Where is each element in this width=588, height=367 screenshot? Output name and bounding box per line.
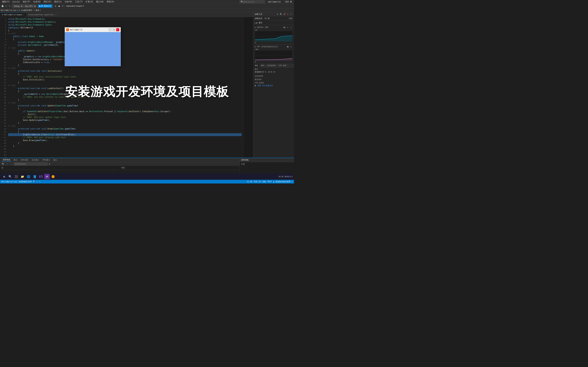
status-char: 字符:33 bbox=[254, 180, 261, 183]
filter-btn[interactable]: ▾ bbox=[48, 162, 51, 166]
tab-close-btn[interactable]: ✕ bbox=[23, 14, 24, 16]
sep4 bbox=[65, 5, 65, 8]
tab-icon: ⚙ bbox=[2, 14, 3, 16]
tab-game1[interactable]: ⚙ HelloWorld.Game1 ✕ bbox=[0, 12, 26, 17]
play-icon: ▶ bbox=[39, 5, 41, 7]
command-tab[interactable]: 命令窗口 bbox=[30, 158, 41, 162]
search-taskbar[interactable]: 🔍 bbox=[8, 174, 13, 179]
add-icon[interactable]: + bbox=[290, 13, 293, 16]
memory-settings-icon[interactable]: ▾ bbox=[286, 26, 289, 29]
tab-events[interactable]: 事件 bbox=[260, 64, 266, 67]
menu-tools[interactable]: 工具(T) bbox=[74, 0, 84, 4]
tab-cpu-usage[interactable]: CPU 使用 bbox=[277, 64, 288, 67]
tab-memory-usage[interactable]: 内存使用率 bbox=[266, 64, 277, 67]
account-label[interactable]: 登录 夏 bbox=[284, 0, 293, 3]
status-notification[interactable]: ▲ 添加到代码代管理 ▾ bbox=[273, 180, 293, 183]
clock: 14:30 bbox=[278, 176, 284, 178]
memory-min-row: 0 bbox=[255, 42, 293, 44]
menu-git[interactable]: Git(G) bbox=[11, 0, 21, 3]
memory-filter-icon[interactable]: ▾ bbox=[290, 26, 293, 29]
search-box[interactable]: 🔍 bbox=[240, 0, 265, 3]
explorer-icon[interactable]: 📁 bbox=[20, 174, 25, 179]
tab-debug[interactable]: 调试 bbox=[253, 64, 260, 67]
run-button[interactable]: ▶ ▶ 调试(C)▾ bbox=[38, 4, 52, 8]
value-header: 值 bbox=[1, 167, 118, 170]
output-tab[interactable]: 输出 bbox=[52, 158, 59, 162]
events-row[interactable]: ▶ ▶ 事件 bbox=[255, 21, 293, 24]
forward-btn[interactable]: → bbox=[10, 162, 13, 166]
menu-project[interactable]: 项目(P) bbox=[21, 0, 32, 4]
minimize-btn[interactable]: — bbox=[109, 28, 112, 31]
menu-edit[interactable]: 编辑(V) bbox=[1, 0, 11, 4]
debug-dropdown[interactable]: Debug bbox=[12, 4, 23, 8]
breakpoints-tab[interactable]: 断点 bbox=[12, 158, 19, 162]
status-filter-icon[interactable]: 🔍 bbox=[33, 181, 35, 183]
tab-draw-close[interactable]: ✕ bbox=[55, 14, 56, 16]
menu-help[interactable]: 帮助(H) bbox=[105, 0, 116, 4]
memory-snapshot-icon[interactable]: 📷 bbox=[283, 26, 286, 29]
filter-label[interactable]: 筛选 bbox=[35, 9, 39, 12]
pin-icon[interactable]: 📌 bbox=[283, 13, 286, 16]
settings-icon[interactable]: ⚙ bbox=[276, 13, 279, 16]
vs-icon[interactable]: VS bbox=[38, 174, 43, 179]
cpu-settings-icon[interactable]: ▾ bbox=[290, 45, 293, 48]
menu-window[interactable]: 窗口(W) bbox=[95, 0, 105, 4]
big-overlay-text: 安装游戏开发环境及项目模板 bbox=[65, 83, 229, 100]
browser-icon[interactable]: 🌐 bbox=[26, 174, 31, 179]
tab-draw-label: Draw(GameTime gameTime) bbox=[29, 14, 54, 16]
vs-purple-icon[interactable]: VS bbox=[44, 174, 50, 179]
immediate-tab[interactable]: 即时窗口 bbox=[41, 158, 51, 162]
search-input[interactable] bbox=[243, 1, 264, 3]
line-numbers: 12345 678910 1112131415 1617181920 21222… bbox=[0, 17, 7, 158]
cpu-section: CPU 使用率 ● 配置 CPU 配置文件 bbox=[253, 81, 294, 88]
more-icon[interactable]: ▾ bbox=[286, 13, 289, 16]
cpu-chart-container: ▶ CPU (所有处理器的百分比) 📷 ▾ 100 0 bbox=[253, 44, 294, 64]
bullet-icon: ● bbox=[255, 84, 256, 87]
app-insights-btn[interactable]: Application Insights ▾ bbox=[66, 4, 85, 8]
menu-debug[interactable]: 调试(D) bbox=[42, 0, 53, 4]
stop-btn[interactable]: ⏹ bbox=[58, 4, 61, 8]
menu-extensions[interactable]: 扩展(X) bbox=[84, 0, 95, 4]
back-btn[interactable]: ← bbox=[6, 162, 9, 166]
menu-test[interactable]: 测试(S) bbox=[53, 0, 63, 4]
search-panel-icon[interactable]: 🔍 bbox=[279, 13, 282, 16]
memory-usage-label: 内存使用率 bbox=[253, 74, 294, 78]
cpu-config-row: ● 配置 CPU 配置文件 bbox=[255, 84, 293, 87]
undo-btn[interactable]: ↩ bbox=[5, 4, 8, 8]
orange-icon[interactable]: 🟠 bbox=[50, 174, 56, 179]
helloworld-title: HelloWorld bbox=[70, 29, 108, 31]
exceptions-tab[interactable]: 异常设置 bbox=[19, 158, 30, 162]
menu-bar: 编辑(V) Git(G) 项目(P) 生成(B) 调试(D) 测试(S) 分析(… bbox=[0, 0, 294, 4]
pause-btn[interactable]: ⏸ bbox=[54, 4, 57, 8]
tab-draw[interactable]: Draw(GameTime gameTime) ✕ bbox=[26, 12, 59, 17]
callstack-search[interactable] bbox=[14, 162, 48, 166]
cpu-config-link[interactable]: 配置 CPU 配置文件 bbox=[258, 85, 273, 86]
menu-build[interactable]: 生成(B) bbox=[32, 0, 42, 4]
bottom-tabs: 调用堆栈 断点 异常设置 命令窗口 即时窗口 输出 bbox=[0, 158, 240, 162]
maximize-btn[interactable]: □ bbox=[112, 28, 115, 31]
events-section: ▶ ▶ 事件 bbox=[253, 21, 294, 25]
close-btn[interactable]: ✕ bbox=[116, 28, 119, 31]
event-label[interactable]: ≡ 生成相关事件 ▾ bbox=[19, 9, 35, 12]
taskbar-right: 14:30 2024/1/1 bbox=[278, 176, 293, 178]
search-callstack-btn[interactable]: 🔍 bbox=[1, 162, 5, 166]
events-arrow: ▶ bbox=[255, 22, 256, 24]
callstack-tab[interactable]: 调用堆栈 bbox=[1, 158, 12, 162]
cpu-min-label: 0 bbox=[255, 61, 293, 63]
status-nav-right[interactable]: → bbox=[39, 181, 40, 183]
status-nav-left[interactable]: ← bbox=[37, 181, 38, 183]
platform-dropdown[interactable]: Any CPU bbox=[24, 4, 36, 8]
restart-btn[interactable]: ↺ bbox=[61, 4, 64, 8]
save-btn[interactable]: 💾 bbox=[1, 4, 4, 8]
start-button[interactable]: ⊞ bbox=[1, 174, 7, 179]
cpu-snapshot-icon[interactable]: 📷 bbox=[286, 45, 289, 48]
minimap[interactable] bbox=[243, 17, 253, 158]
session-row: 诊断会话: 15 秒 10秒 bbox=[255, 17, 293, 20]
redo-btn[interactable]: ↪ bbox=[8, 4, 11, 8]
store-icon[interactable]: 📘 bbox=[32, 174, 37, 179]
cpu-chart-header: ▶ CPU (所有处理器的百分比) 📷 ▾ bbox=[255, 45, 293, 48]
memory-chart-svg bbox=[255, 31, 293, 41]
events-label: ▶ 事件 bbox=[256, 22, 262, 24]
menu-analyze[interactable]: 分析(N) bbox=[63, 0, 74, 4]
task-view[interactable]: ⬛ bbox=[14, 174, 19, 179]
